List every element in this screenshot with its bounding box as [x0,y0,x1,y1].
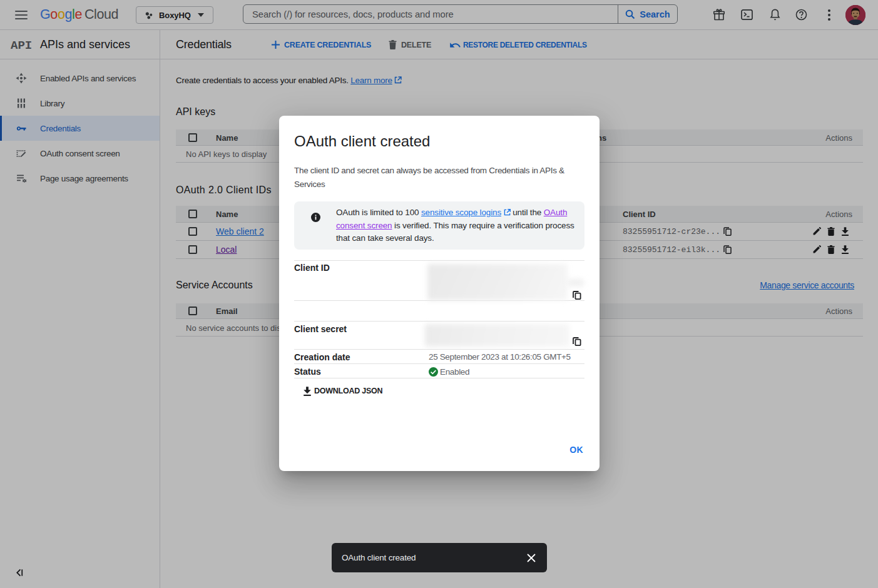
toast-snackbar: OAuth client created [332,543,547,572]
info-line-3: that can take several days. [336,232,574,245]
oauth-consent-screen-link[interactable]: OAuth [544,208,568,217]
copy-client-id-icon[interactable] [573,291,581,300]
info-line-2: consent screen is verified. This may req… [336,220,574,233]
external-link-icon[interactable] [504,209,511,216]
close-icon[interactable] [527,554,536,562]
download-json-label: DOWNLOAD JSON [314,387,382,395]
client-secret-label: Client secret [294,324,347,334]
info-seg-3: is verified. This may require a verifica… [392,221,574,230]
client-secret-value-redacted [425,324,569,347]
client-id-row: Client ID [294,260,584,301]
info-banner: OAuth is limited to 100 sensitive scope … [294,201,584,250]
status-label: Status [294,367,321,377]
oauth-consent-screen-link[interactable]: consent screen [336,221,392,230]
download-json-button[interactable]: DOWNLOAD JSON [303,380,382,402]
status-value: Enabled [429,367,469,377]
copy-client-secret-icon[interactable] [573,337,581,346]
info-icon [311,213,320,222]
status-enabled-icon [429,367,438,377]
client-id-value-redacted [427,264,568,300]
creation-date-row: Creation date 25 September 2023 at 10:26… [294,350,584,364]
info-seg-1: OAuth is limited to 100 [336,208,421,217]
dialog-subtitle-line-2: Services [294,180,325,189]
client-id-value-redacted [568,279,584,286]
dialog-subtitle-line-1: The client ID and secret can always be a… [294,166,564,175]
info-seg-2: until the [511,208,544,217]
spacer-row [294,301,584,322]
creation-date-label: Creation date [294,352,350,362]
creation-date-value: 25 September 2023 at 10:26:05 GMT+5 [429,352,571,362]
dialog-title: OAuth client created [294,133,430,150]
client-id-label: Client ID [294,263,330,273]
oauth-client-created-dialog: OAuth client created The client ID and s… [279,116,600,471]
download-icon [303,387,312,396]
sensitive-scope-logins-link[interactable]: sensitive scope logins [421,208,501,217]
info-line-1: OAuth is limited to 100 sensitive scope … [336,206,574,220]
client-secret-row: Client secret [294,322,584,350]
toast-message: OAuth client created [342,553,527,562]
info-text: OAuth is limited to 100 sensitive scope … [336,206,574,245]
info-seg-4: that can take several days. [336,233,434,243]
dialog-subtitle: The client ID and secret can always be a… [294,164,564,191]
ok-button[interactable]: OK [564,438,589,461]
status-text: Enabled [440,367,469,377]
status-row: Status Enabled [294,364,584,378]
